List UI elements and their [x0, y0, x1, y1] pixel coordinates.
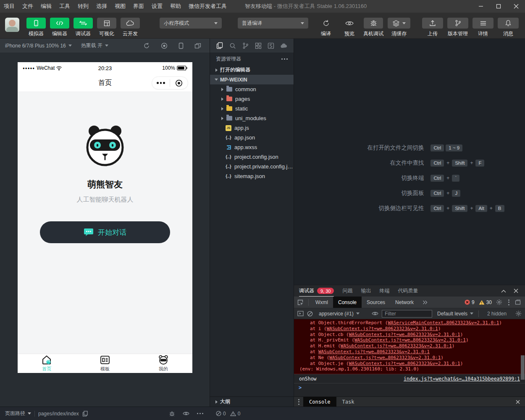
file-app-wxss[interactable]: app.wxss — [210, 142, 294, 152]
devtools-tab-wxml[interactable]: Wxml — [310, 297, 333, 308]
devtools-tab-network[interactable]: Network — [390, 297, 419, 308]
problems-summary[interactable]: 0 0 — [210, 411, 294, 417]
mode-dropdown[interactable]: 小程序模式 — [160, 18, 222, 29]
minimize-button[interactable] — [472, 0, 490, 13]
stack-link[interactable]: WASubContext.js?t=we…80623323&v=2.31.0:1 — [318, 349, 430, 354]
console-sidebar-icon[interactable] — [297, 311, 304, 316]
device-frame-icon[interactable] — [178, 42, 184, 49]
menu-interface[interactable]: 界面 — [129, 0, 148, 13]
popout-icon[interactable] — [515, 299, 521, 305]
detail-button[interactable]: 详情 — [472, 18, 494, 37]
file-sitemap[interactable]: sitemap.json — [210, 171, 294, 181]
simulator-toggle-button[interactable]: 模拟器 — [26, 18, 46, 37]
drawer-handle-icon[interactable] — [294, 399, 303, 405]
context-selector[interactable]: appservice (#1) — [319, 311, 368, 317]
devtools-menu-icon[interactable] — [507, 299, 511, 305]
files-icon[interactable] — [215, 42, 224, 49]
start-chat-button[interactable]: 开始对话 — [40, 221, 170, 243]
file-app-json[interactable]: app.json — [210, 133, 294, 142]
device-debug-button[interactable]: 真机调试 — [363, 18, 383, 37]
menu-goto[interactable]: 转到 — [74, 0, 92, 13]
source-link[interactable]: index.js?t=wechat&s=…104a315bbeea92899:1 — [404, 376, 520, 382]
cloud-paw-icon[interactable] — [279, 43, 289, 48]
devtools-tab-console[interactable]: Console — [333, 297, 362, 308]
stack-link[interactable]: WASubContext.js?t=we…80623323&v=2.31.0:1 — [354, 337, 466, 343]
folder-common[interactable]: common — [210, 84, 294, 94]
console-filter-input[interactable] — [382, 310, 432, 318]
console-prompt[interactable]: > — [294, 383, 525, 392]
compile-button[interactable]: 编译 — [316, 18, 336, 37]
folder-static[interactable]: static — [210, 104, 294, 113]
inspect-element-icon[interactable] — [294, 299, 307, 306]
clear-cache-button[interactable]: 清缓存 — [388, 18, 410, 37]
stack-link[interactable]: WASubContext.js?t=we…80623323&v=2.31.0:1 — [349, 361, 460, 366]
tab-problems[interactable]: 问题 — [342, 285, 352, 297]
cloud-dev-button[interactable]: 云开发 — [121, 18, 140, 37]
stack-link[interactable]: WAServiceMainContext…80623323&v=2.31.0:1 — [388, 320, 499, 326]
menu-edit[interactable]: 编辑 — [37, 0, 55, 13]
editor-toggle-button[interactable]: 编辑器 — [50, 18, 69, 37]
version-control-button[interactable]: 版本管理 — [447, 18, 468, 37]
exit-button[interactable] — [170, 77, 188, 89]
drawer-close-icon[interactable] — [516, 400, 525, 404]
multi-window-icon[interactable] — [194, 43, 201, 49]
outline-section[interactable]: 大纲 — [210, 396, 294, 407]
page-path-selector[interactable]: 页面路径 — [5, 410, 31, 417]
tab-template[interactable]: 模板 — [76, 354, 134, 373]
skyline-icon[interactable] — [266, 42, 276, 49]
drawer-tab-task[interactable]: Task — [336, 397, 360, 407]
drawer-tab-console[interactable]: Console — [303, 397, 336, 407]
tab-code-quality[interactable]: 代码质量 — [398, 285, 418, 297]
menu-tools[interactable]: 工具 — [55, 0, 74, 13]
close-button[interactable] — [507, 0, 525, 13]
tab-terminal[interactable]: 终端 — [379, 285, 389, 297]
clear-console-icon[interactable] — [307, 311, 313, 317]
visualize-toggle-button[interactable]: 可视化 — [97, 18, 116, 37]
menu-select[interactable]: 选择 — [92, 0, 111, 13]
tab-home[interactable]: 首页 — [18, 354, 76, 373]
console-settings-icon[interactable] — [515, 310, 522, 317]
user-avatar[interactable] — [5, 18, 19, 32]
file-app-js[interactable]: app.js — [210, 123, 294, 133]
status-more-icon[interactable] — [197, 413, 203, 414]
preview-button[interactable]: 预览 — [340, 18, 359, 37]
stack-link[interactable]: WASubContext.js?t=we…80623323&v=2.31.0:1 — [327, 326, 438, 331]
record-icon[interactable] — [161, 42, 168, 49]
more-button[interactable] — [152, 77, 170, 89]
maximize-button[interactable] — [490, 0, 507, 13]
search-icon[interactable] — [228, 42, 237, 49]
compile-mode-dropdown[interactable]: 普通编译 — [238, 18, 308, 29]
explorer-more-icon[interactable] — [281, 58, 288, 60]
debugger-toggle-button[interactable]: 调试器 — [74, 18, 93, 37]
file-project-private-config[interactable]: project.private.config.js... — [210, 162, 294, 171]
stack-link[interactable]: WASubContext.js?t=we…80623323&v=2.31.0:1 — [329, 355, 441, 360]
menu-file[interactable]: 文件 — [18, 0, 37, 13]
tab-debugger[interactable]: 调试器 9, 30 — [299, 285, 334, 297]
stack-link[interactable]: WASubContext.js?t=we…80623323&v=2.31.0:1 — [341, 343, 452, 349]
upload-button[interactable]: 上传 — [422, 18, 443, 37]
log-levels-selector[interactable]: Default levels — [437, 311, 473, 317]
visibility-icon[interactable] — [183, 411, 189, 416]
menu-settings[interactable]: 设置 — [148, 0, 166, 13]
menu-devtools[interactable]: 微信开发者工具 — [185, 0, 231, 13]
source-control-icon[interactable] — [241, 42, 250, 49]
tab-output[interactable]: 输出 — [361, 285, 371, 297]
devtools-settings-icon[interactable] — [496, 299, 502, 305]
menu-help[interactable]: 帮助 — [166, 0, 185, 13]
console-scrollbar[interactable] — [521, 355, 525, 380]
more-tabs-icon[interactable] — [419, 300, 431, 304]
menu-view[interactable]: 视图 — [111, 0, 129, 13]
project-root[interactable]: MP-WEIXIN — [210, 75, 294, 84]
open-editors-section[interactable]: 打开的编辑器 — [210, 65, 294, 75]
copy-icon[interactable] — [82, 411, 88, 417]
devtools-tab-sources[interactable]: Sources — [362, 297, 390, 308]
collapse-panel-icon[interactable] — [501, 289, 506, 293]
file-project-config[interactable]: project.config.json — [210, 152, 294, 162]
extensions-icon[interactable] — [254, 42, 263, 49]
folder-uni-modules[interactable]: uni_modules — [210, 113, 294, 123]
stack-link[interactable]: WASubContext.js?t=we…80623323&v=2.31.0:1 — [349, 332, 460, 337]
hot-reload-toggle[interactable]: 热重载 开 — [81, 42, 108, 49]
close-panel-icon[interactable] — [514, 289, 518, 293]
message-button[interactable]: 消息 — [498, 18, 519, 37]
folder-pages[interactable]: pages — [210, 94, 294, 104]
